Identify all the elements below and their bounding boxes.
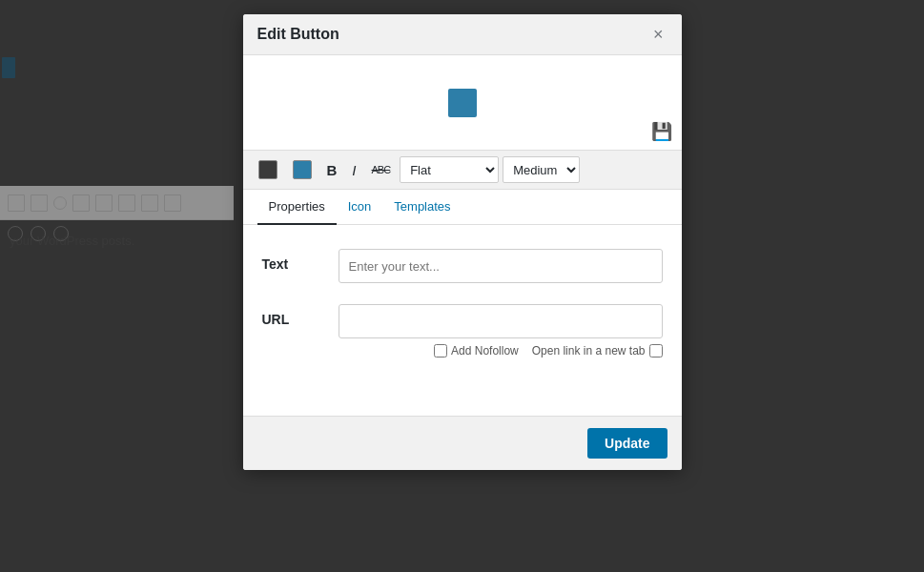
italic-button[interactable]: I — [346, 158, 361, 182]
editor-toolbar: B I ABC Flat Raised 3D Transparent Small… — [243, 151, 682, 190]
text-label: Text — [262, 249, 339, 272]
color-blue-swatch — [293, 160, 312, 179]
url-input[interactable] — [339, 304, 663, 338]
url-form-row: URL Add Nofollow Open link in a new tab — [262, 304, 663, 358]
bold-button[interactable]: B — [321, 158, 343, 182]
open-new-tab-checkbox[interactable] — [649, 344, 663, 358]
save-icon[interactable]: 💾 — [651, 121, 672, 142]
url-row-wrapper: Add Nofollow Open link in a new tab — [339, 304, 663, 358]
properties-panel: Text URL Add Nofollow Open link in a new… — [243, 225, 682, 416]
tab-properties[interactable]: Properties — [257, 190, 337, 225]
preview-button-swatch — [448, 89, 477, 117]
edit-button-modal: Edit Button × 💾 B I ABC Flat Raised 3D T… — [243, 14, 682, 470]
strikethrough-button[interactable]: ABC — [366, 160, 397, 179]
modal-footer: Update — [243, 416, 682, 470]
button-preview-area: 💾 — [243, 55, 682, 151]
tabs-row: Properties Icon Templates — [243, 190, 682, 225]
color-blue-button[interactable] — [287, 156, 318, 183]
checkbox-row: Add Nofollow Open link in a new tab — [339, 344, 663, 358]
add-nofollow-text: Add Nofollow — [451, 344, 519, 358]
add-nofollow-checkbox[interactable] — [434, 344, 447, 358]
color-dark-swatch — [258, 160, 277, 179]
open-new-tab-text: Open link in a new tab — [532, 344, 646, 358]
style-select[interactable]: Flat Raised 3D Transparent — [400, 156, 499, 183]
modal-close-button[interactable]: × — [649, 24, 667, 45]
modal-header: Edit Button × — [243, 14, 682, 55]
size-select[interactable]: Small Medium Large — [503, 156, 580, 183]
text-form-row: Text — [262, 249, 663, 283]
update-button[interactable]: Update — [587, 428, 667, 459]
color-dark-button[interactable] — [253, 156, 283, 183]
add-nofollow-label[interactable]: Add Nofollow — [434, 344, 519, 358]
tab-templates[interactable]: Templates — [382, 190, 462, 225]
modal-title: Edit Button — [257, 26, 339, 43]
modal-backdrop: Edit Button × 💾 B I ABC Flat Raised 3D T… — [0, 0, 924, 572]
url-label: URL — [262, 304, 339, 327]
open-new-tab-label[interactable]: Open link in a new tab — [532, 344, 663, 358]
text-input[interactable] — [339, 249, 663, 283]
tab-icon[interactable]: Icon — [337, 190, 383, 225]
